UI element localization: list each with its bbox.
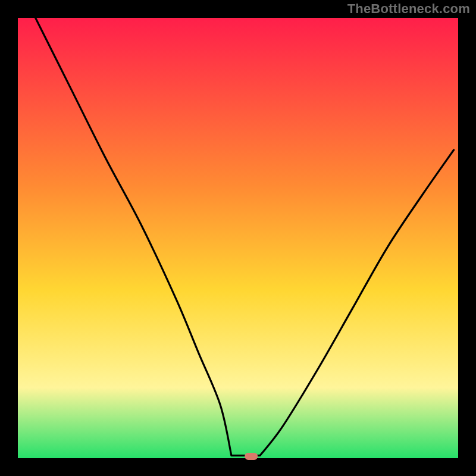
bottleneck-chart bbox=[0, 0, 476, 476]
optimum-marker bbox=[245, 453, 258, 460]
chart-stage: TheBottleneck.com bbox=[0, 0, 476, 476]
plot-area bbox=[18, 18, 458, 458]
